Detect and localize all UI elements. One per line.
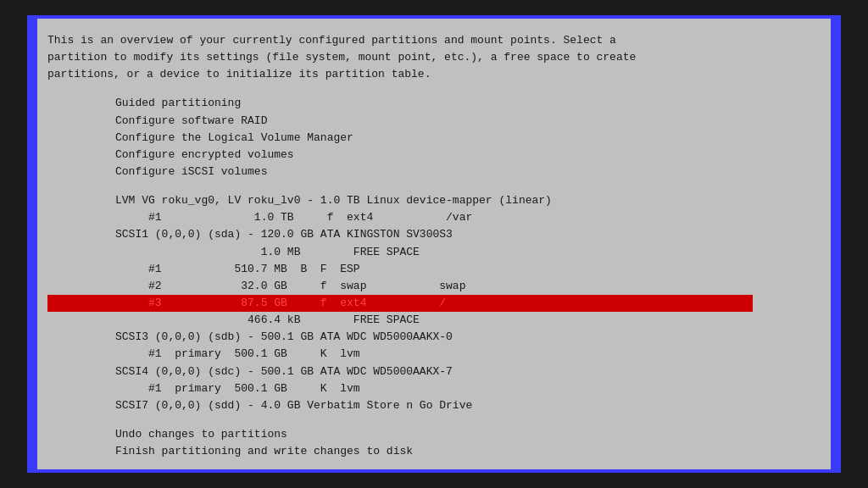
main-content: This is an overview of your currently co… [47,32,821,473]
menu-encrypted[interactable]: Configure encrypted volumes [115,147,821,164]
finish-action[interactable]: Finish partitioning and write changes to… [115,443,821,460]
scsi1-header[interactable]: SCSI1 (0,0,0) (sda) - 120.0 GB ATA KINGS… [115,226,821,243]
lvm-header[interactable]: LVM VG roku_vg0, LV roku_lv0 - 1.0 TB Li… [115,192,821,209]
scsi1-p3-selected[interactable]: #3 87.5 GB f ext4 / [47,295,753,312]
lvm-sub[interactable]: #1 1.0 TB f ext4 /var [115,209,821,226]
installer-screen: This is an overview of your currently co… [27,15,841,473]
menu-software-raid[interactable]: Configure software RAID [115,113,821,130]
scsi1-p2[interactable]: #2 32.0 GB f swap swap [115,278,821,295]
scsi7-header[interactable]: SCSI7 (0,0,0) (sdd) - 4.0 GB Verbatim St… [115,397,821,414]
scsi3-p1[interactable]: #1 primary 500.1 GB K lvm [115,346,821,363]
desc-line3: partitions, or a device to initialize it… [47,68,431,80]
desc-line1: This is an overview of your currently co… [47,34,616,47]
scsi3-header[interactable]: SCSI3 (0,0,0) (sdb) - 500.1 GB ATA WDC W… [115,329,821,346]
actions: Undo changes to partitions Finish partit… [115,426,821,460]
menu-iscsi[interactable]: Configure iSCSI volumes [115,164,821,180]
desc-line2: partition to modify its settings (file s… [47,51,636,64]
partition-list: LVM VG roku_vg0, LV roku_lv0 - 1.0 TB Li… [115,192,821,414]
scsi4-header[interactable]: SCSI4 (0,0,0) (sdc) - 500.1 GB ATA WDC W… [115,363,821,380]
scsi1-free[interactable]: 1.0 MB FREE SPACE [115,244,821,261]
scsi1-p1[interactable]: #1 510.7 MB B F ESP [115,261,821,278]
description: This is an overview of your currently co… [47,32,743,83]
go-back-button[interactable]: <Go Back> [115,470,175,473]
menu-lvm[interactable]: Configure the Logical Volume Manager [115,130,821,147]
scsi4-p1[interactable]: #1 primary 500.1 GB K lvm [115,380,821,397]
menu-items: Guided partitioning Configure software R… [115,95,821,180]
undo-action[interactable]: Undo changes to partitions [115,426,821,443]
scsi1-free2[interactable]: 466.4 kB FREE SPACE [115,312,821,329]
menu-guided-partitioning[interactable]: Guided partitioning [115,95,821,112]
